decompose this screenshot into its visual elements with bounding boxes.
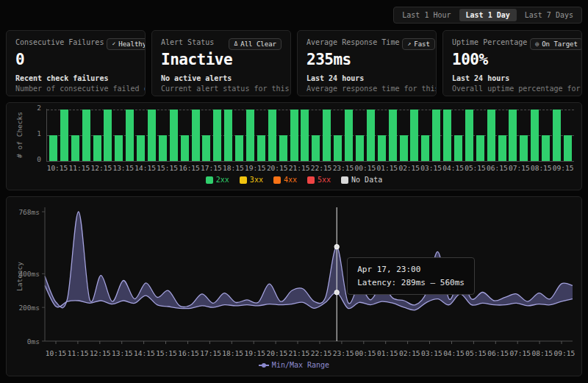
latency-legend: Min/Max Range xyxy=(12,361,576,369)
check-bar-2xx[interactable] xyxy=(148,110,156,161)
check-bar-2xx[interactable] xyxy=(553,110,561,161)
x-tick-label: 10:15 xyxy=(46,164,68,172)
card-title: Consecutive Failures xyxy=(15,38,104,46)
svg-text:768ms: 768ms xyxy=(18,208,40,216)
x-tick-label: 01:15 xyxy=(376,164,398,172)
x-tick-label: 20:15 xyxy=(266,349,288,357)
card-description: Current alert status for this site xyxy=(161,85,282,93)
check-bar-2xx[interactable] xyxy=(356,135,364,161)
checks-xlabels: 10:1511:1512:1513:1514:1515:1516:1517:15… xyxy=(46,164,574,172)
card-subtitle: Last 24 hours xyxy=(452,74,573,82)
trend-up-icon: ↗ xyxy=(407,41,411,47)
check-bar-2xx[interactable] xyxy=(465,110,473,161)
x-tick-label: 12:15 xyxy=(90,164,112,172)
x-tick-label: 04:15 xyxy=(442,349,465,357)
check-bar-2xx[interactable] xyxy=(115,135,123,161)
check-bar-2xx[interactable] xyxy=(213,110,221,161)
x-tick-label: 23:15 xyxy=(332,164,354,172)
time-range-last-1-hour[interactable]: Last 1 Hour xyxy=(395,9,457,21)
card-value: 235ms xyxy=(306,51,427,68)
check-bar-2xx[interactable] xyxy=(137,135,145,161)
x-tick-label: 03:15 xyxy=(420,349,442,357)
target-icon: ◎ xyxy=(535,41,539,47)
x-tick-label: 16:15 xyxy=(179,164,201,172)
check-bar-2xx[interactable] xyxy=(159,135,167,161)
check-bar-2xx[interactable] xyxy=(301,110,309,161)
check-bar-2xx[interactable] xyxy=(509,110,517,161)
x-tick-label: 13:15 xyxy=(112,164,135,172)
check-bar-2xx[interactable] xyxy=(443,110,451,161)
status-badge: ↗ Fast xyxy=(402,38,435,50)
check-bar-2xx[interactable] xyxy=(345,110,353,161)
x-tick-label: 23:15 xyxy=(332,349,354,357)
x-tick-label: 01:15 xyxy=(376,349,398,357)
x-tick-label: 22:15 xyxy=(310,164,332,172)
card-title: Average Response Time xyxy=(306,38,399,46)
x-tick-label: 11:15 xyxy=(67,349,89,357)
check-bar-2xx[interactable] xyxy=(421,135,429,161)
check-bar-2xx[interactable] xyxy=(531,110,539,161)
check-bar-2xx[interactable] xyxy=(290,110,298,161)
check-bar-2xx[interactable] xyxy=(367,110,375,161)
check-bar-2xx[interactable] xyxy=(93,135,101,161)
legend-item-3xx: 3xx xyxy=(240,176,263,184)
svg-text:0ms: 0ms xyxy=(27,337,40,346)
x-tick-label: 22:15 xyxy=(310,349,332,357)
check-bar-2xx[interactable] xyxy=(235,135,243,161)
check-bar-2xx[interactable] xyxy=(410,110,418,161)
check-bar-2xx[interactable] xyxy=(454,135,462,161)
stat-card: Average Response Time ↗ Fast 235ms Last … xyxy=(297,30,437,96)
check-bar-2xx[interactable] xyxy=(49,135,57,161)
check-bar-2xx[interactable] xyxy=(323,110,331,161)
time-range-last-7-days[interactable]: Last 7 Days xyxy=(518,9,580,21)
check-bar-2xx[interactable] xyxy=(487,110,495,161)
check-bar-2xx[interactable] xyxy=(378,135,386,161)
check-bar-2xx[interactable] xyxy=(334,135,342,161)
check-bar-2xx[interactable] xyxy=(520,135,528,161)
check-bar-2xx[interactable] xyxy=(389,110,397,161)
time-range-last-1-day[interactable]: Last 1 Day xyxy=(459,9,517,21)
card-value: 100% xyxy=(452,51,573,68)
x-tick-label: 05:15 xyxy=(465,164,487,172)
checks-panel: # of Checks 012 10:1511:1512:1513:1514:1… xyxy=(6,102,582,190)
check-bar-2xx[interactable] xyxy=(498,135,506,161)
status-badge: ✓ Healthy xyxy=(107,38,146,50)
check-bar-2xx[interactable] xyxy=(104,110,112,161)
stat-card: Alert Status Δ All Clear Inactive No act… xyxy=(151,30,291,96)
check-bar-2xx[interactable] xyxy=(181,135,189,161)
y-tick-label: 0 xyxy=(37,155,41,164)
card-value: 0 xyxy=(15,51,136,68)
check-bar-2xx[interactable] xyxy=(82,110,90,161)
x-tick-label: 02:15 xyxy=(398,349,420,357)
check-bar-2xx[interactable] xyxy=(542,135,550,161)
x-tick-label: 10:15 xyxy=(45,349,67,357)
check-bar-2xx[interactable] xyxy=(60,110,68,161)
checks-chart: # of Checks 012 10:1511:1512:1513:1514:1… xyxy=(14,109,574,172)
tooltip-date: Apr 17, 23:00 xyxy=(357,265,465,274)
legend-swatch-icon xyxy=(341,176,348,184)
check-bar-2xx[interactable] xyxy=(312,135,320,161)
check-bar-2xx[interactable] xyxy=(279,135,287,161)
x-tick-label: 13:15 xyxy=(111,349,133,357)
check-bar-2xx[interactable] xyxy=(400,135,408,161)
check-bar-2xx[interactable] xyxy=(257,135,265,161)
legend-item-2xx: 2xx xyxy=(206,176,229,184)
check-bar-2xx[interactable] xyxy=(268,110,276,161)
check-bar-2xx[interactable] xyxy=(476,135,484,161)
check-bar-2xx[interactable] xyxy=(170,110,178,161)
stat-cards: Consecutive Failures ✓ Healthy 0 Recent … xyxy=(6,30,582,96)
checks-bars[interactable] xyxy=(46,109,574,162)
check-bar-2xx[interactable] xyxy=(126,110,134,161)
check-bar-2xx[interactable] xyxy=(224,110,232,161)
badge-label: Healthy xyxy=(118,40,146,48)
x-tick-label: 11:15 xyxy=(68,164,90,172)
check-bar-2xx[interactable] xyxy=(192,110,200,161)
latency-chart[interactable]: 768ms400ms200ms0msLatency xyxy=(12,203,576,347)
x-tick-label: 15:15 xyxy=(155,349,177,357)
check-bar-2xx[interactable] xyxy=(71,135,79,161)
check-bar-2xx[interactable] xyxy=(564,135,572,161)
check-bar-2xx[interactable] xyxy=(246,110,254,161)
check-bar-2xx[interactable] xyxy=(432,110,440,161)
check-bar-2xx[interactable] xyxy=(202,135,210,161)
latency-xlabels: 10:1511:1512:1513:1514:1515:1516:1517:15… xyxy=(45,349,576,357)
